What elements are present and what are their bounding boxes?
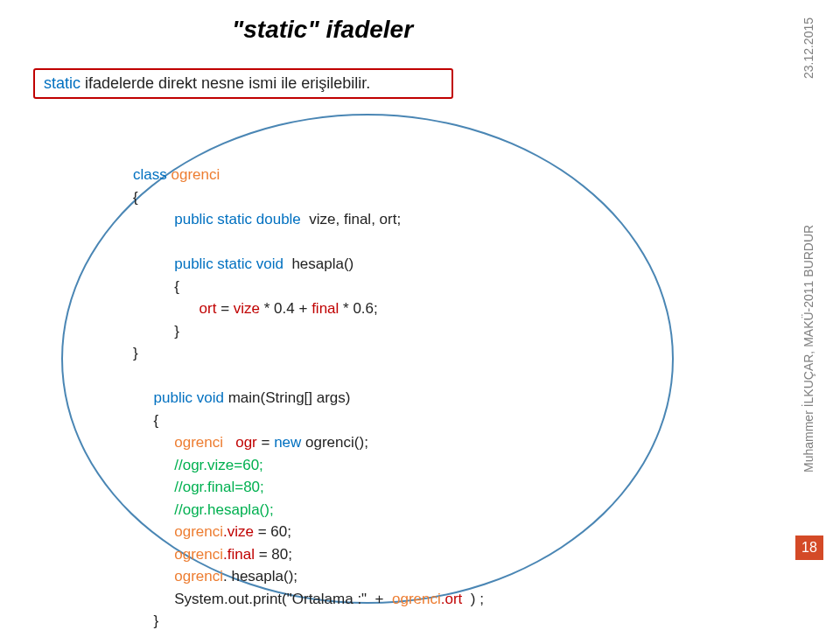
code-type: ogrenci [133,434,235,451]
subtitle-keyword: static [44,74,80,92]
code-text: System.out.print("Ortalama :" + [133,591,392,607]
code-text: = [261,434,274,451]
code-comment: //ogr.vize=60; [133,457,263,473]
code-comment: //ogr.hesapla(); [133,501,274,518]
code-kw: public static double [133,211,309,228]
code-text: ogrenci(); [305,434,368,451]
code-text: * 0.6; [343,300,378,317]
slide-title: "static" ifadeler [232,16,413,44]
code-type: ogrenci [392,591,441,607]
code-type: ogrenci [133,546,223,563]
code-type: ogrenci [133,568,223,584]
code-text: hesapla() [291,256,354,272]
code-var: vize [234,300,264,317]
code-text: { [133,412,158,429]
code-var: .vize [223,523,258,540]
code-kw: new [274,434,305,451]
code-var: ogr [235,434,261,451]
slide-footer: Muhammer İLKUÇAR, MAKÜ-2011 BURDUR [802,166,816,472]
code-block: class ogrenci { public static double viz… [61,114,674,604]
code-var: final [312,300,343,317]
code-text: = [220,300,234,317]
code-text: main(String[] args) [228,389,351,406]
code-kw: public void [133,389,228,406]
code-text: = 60; [258,523,291,540]
code-type: ogrenci [133,523,223,540]
code-kw: public static void [133,256,291,272]
subtitle-text: ifadelerde direkt nesne ismi ile erişile… [80,74,370,92]
code-var: .final [223,546,259,563]
code-text: } [133,323,179,340]
code-text: = 80; [259,546,292,563]
code-text: * 0.4 + [264,300,312,317]
code-text: . hesapla(); [223,568,298,584]
code-text: ) ; [471,591,484,607]
code-text: ogrenci [171,166,220,183]
code-kw: class [133,166,171,183]
subtitle-box: static ifadelerde direkt nesne ismi ile … [33,68,453,99]
page-number: 18 [795,536,823,560]
code-text: } [133,612,158,629]
code-text: { [133,278,179,295]
code-text: } [133,345,138,361]
code-var: ort [133,300,220,317]
code-text: vize, final, ort; [309,211,401,228]
code-var: .ort [441,591,471,607]
slide-date: 23.12.2015 [802,18,816,79]
code-text: { [133,189,138,206]
code-comment: //ogr.final=80; [133,479,264,495]
